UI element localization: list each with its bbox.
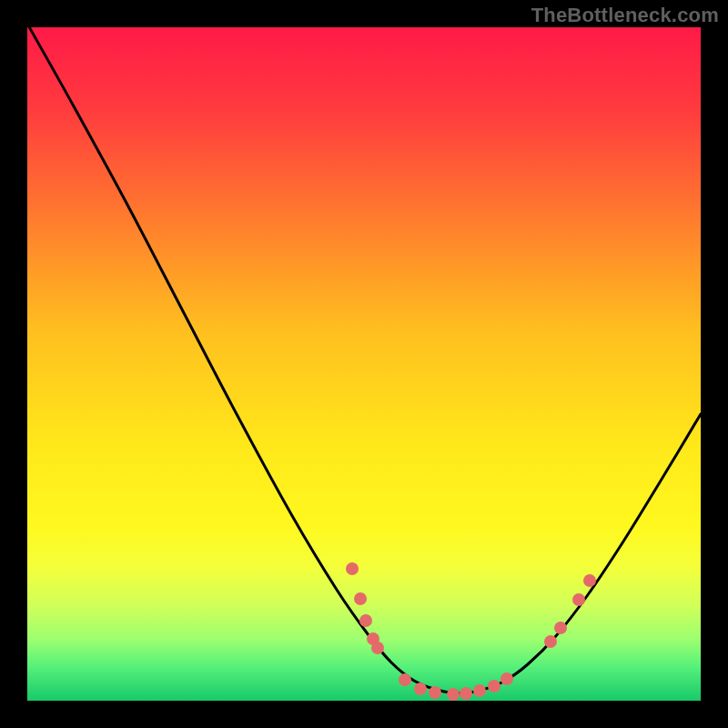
attribution-label: TheBottleneck.com [531,4,719,27]
data-marker [473,684,486,697]
data-marker [414,682,427,695]
data-marker [488,680,500,693]
data-marker [447,688,460,701]
chart-frame: TheBottleneck.com [0,0,728,728]
data-marker [399,673,411,686]
data-marker [500,672,513,685]
data-marker [460,687,472,700]
data-marker [583,574,596,587]
data-marker [359,614,372,627]
data-marker [354,592,367,605]
bottleneck-chart [0,0,728,728]
data-marker [371,642,384,654]
data-marker [554,622,567,634]
data-marker [346,562,359,575]
data-marker [429,686,441,699]
data-marker [572,593,585,606]
data-marker [544,635,557,648]
